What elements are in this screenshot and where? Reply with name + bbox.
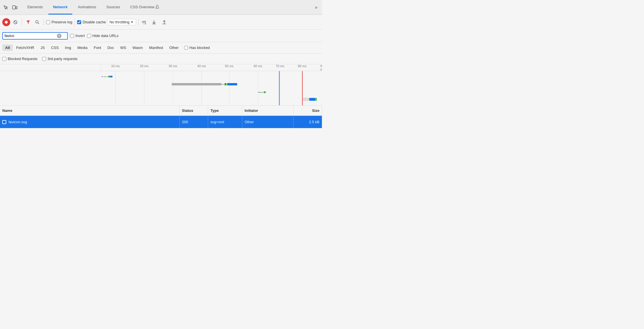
invert-label[interactable]: Invert — [70, 34, 85, 38]
grid-line-50 — [229, 71, 229, 105]
invert-checkbox[interactable] — [70, 34, 74, 38]
chevron-down-icon: ▼ — [131, 20, 134, 24]
grid-line-20 — [144, 71, 144, 105]
disable-cache-label[interactable]: Disable cache — [77, 20, 106, 24]
separator-1 — [22, 19, 22, 26]
filter-js[interactable]: JS — [38, 44, 48, 51]
network-conditions-icon[interactable] — [141, 20, 147, 24]
more-tabs-button[interactable]: » — [313, 4, 320, 11]
clear-button[interactable] — [11, 18, 19, 26]
svg-point-3 — [157, 7, 157, 8]
timeline-label-50: 50 ms — [225, 64, 233, 68]
grid-line-70 — [280, 71, 280, 105]
disable-cache-checkbox[interactable] — [77, 20, 81, 24]
separator-2 — [44, 19, 44, 26]
dom-content-loaded-line — [279, 71, 280, 105]
preserve-log-checkbox[interactable] — [46, 20, 50, 24]
import-har-button[interactable] — [150, 18, 158, 26]
timeline: 10 ms 20 ms 30 ms 40 ms 50 ms 60 ms 70 m… — [0, 64, 322, 106]
waterfall-row-1 — [101, 75, 112, 78]
th-status[interactable]: Status — [180, 106, 208, 115]
timeline-body — [0, 71, 322, 105]
network-table: Name Status Type Initiator Size favicon.… — [0, 106, 322, 128]
tab-css-overview[interactable]: CSS Overview — [126, 0, 164, 15]
svg-line-0 — [6, 8, 7, 9]
tab-network[interactable]: Network — [48, 0, 72, 15]
svg-line-8 — [38, 23, 39, 24]
filter-ws[interactable]: WS — [117, 44, 129, 51]
timeline-label-80: 80 ms — [298, 64, 306, 68]
preserve-log-label[interactable]: Preserve log — [46, 20, 72, 24]
waterfall-row-3 — [258, 91, 266, 93]
has-blocked-filter[interactable]: Has blocked — [184, 46, 210, 50]
svg-rect-1 — [13, 6, 15, 9]
table-row[interactable]: favicon.svg 200 svg+xml Other 2.5 kB — [0, 116, 322, 128]
hide-data-urls-checkbox[interactable] — [87, 34, 91, 38]
filter-wasm[interactable]: Wasm — [130, 44, 145, 51]
filter-media[interactable]: Media — [75, 44, 90, 51]
td-status: 200 — [180, 116, 208, 128]
grid-line-30 — [173, 71, 173, 105]
tab-bar: Elements Network Animations Sources CSS … — [0, 0, 322, 15]
filter-all[interactable]: All — [2, 44, 13, 51]
svg-point-10 — [145, 23, 146, 24]
separator-3 — [75, 19, 75, 26]
timeline-label-70: 70 ms — [276, 64, 284, 68]
timeline-header: 10 ms 20 ms 30 ms 40 ms 50 ms 60 ms 70 m… — [0, 64, 322, 71]
tab-elements[interactable]: Elements — [23, 0, 47, 15]
clear-search-button[interactable]: ✕ — [57, 34, 61, 38]
waterfall-row-4 — [303, 98, 317, 101]
hide-data-urls-label[interactable]: Hide data URLs — [87, 34, 119, 38]
filter-other[interactable]: Other — [167, 44, 182, 51]
svg-point-7 — [36, 20, 38, 23]
td-size: 2.5 kB — [294, 116, 322, 128]
timeline-label-30: 30 ms — [169, 64, 177, 68]
filter-font[interactable]: Font — [91, 44, 104, 51]
blocked-requests-checkbox[interactable] — [2, 57, 6, 61]
td-name: favicon.svg — [0, 116, 180, 128]
inspect-icon[interactable] — [2, 4, 9, 11]
filter-css[interactable]: CSS — [48, 44, 61, 51]
has-blocked-checkbox[interactable] — [184, 46, 188, 50]
timeline-label-10: 10 ms — [111, 64, 120, 68]
record-dot — [5, 21, 8, 24]
network-toolbar: Preserve log Disable cache No throttling… — [0, 15, 322, 30]
export-har-button[interactable] — [160, 18, 168, 26]
throttle-select[interactable]: No throttling ▼ — [107, 19, 136, 25]
row-checkbox[interactable] — [2, 120, 6, 124]
blocked-bar: Blocked Requests 3rd-party requests — [0, 54, 322, 64]
filter-img[interactable]: Img — [62, 44, 74, 51]
th-type[interactable]: Type — [208, 106, 242, 115]
search-input[interactable] — [5, 34, 56, 38]
th-initiator[interactable]: Initiator — [242, 106, 294, 115]
timeline-label-60: 60 ms — [254, 64, 262, 68]
search-button[interactable] — [33, 18, 41, 26]
device-toolbar-icon[interactable] — [11, 4, 18, 11]
timeline-label-20: 20 ms — [140, 64, 148, 68]
third-party-checkbox[interactable] — [42, 57, 46, 61]
th-size[interactable]: Size — [294, 106, 322, 115]
load-line — [302, 71, 303, 105]
grid-line-10 — [115, 71, 116, 105]
filter-manifest[interactable]: Manifest — [146, 44, 166, 51]
svg-line-5 — [14, 21, 17, 23]
grid-line-40 — [202, 71, 202, 105]
td-type: svg+xml — [208, 116, 242, 128]
tab-animations[interactable]: Animations — [73, 0, 101, 15]
filter-doc[interactable]: Doc — [104, 44, 117, 51]
type-filter-bar: All Fetch/XHR JS CSS Img Media Font Doc … — [0, 42, 322, 54]
filter-fetch-xhr[interactable]: Fetch/XHR — [13, 44, 37, 51]
filter-button[interactable] — [24, 18, 32, 26]
third-party-label[interactable]: 3rd-party requests — [42, 57, 78, 61]
th-name[interactable]: Name — [0, 106, 180, 115]
tab-sources[interactable]: Sources — [102, 0, 125, 15]
filter-bar: ✕ Invert Hide data URLs — [0, 30, 322, 42]
flask-icon — [155, 5, 159, 9]
record-button[interactable] — [2, 18, 10, 26]
timeline-label-90: 90 m — [320, 64, 322, 71]
blocked-requests-label[interactable]: Blocked Requests — [2, 57, 38, 61]
devtools-icons — [2, 4, 18, 11]
svg-rect-2 — [16, 7, 17, 9]
timeline-label-40: 40 ms — [197, 64, 206, 68]
separator-4 — [138, 19, 139, 26]
